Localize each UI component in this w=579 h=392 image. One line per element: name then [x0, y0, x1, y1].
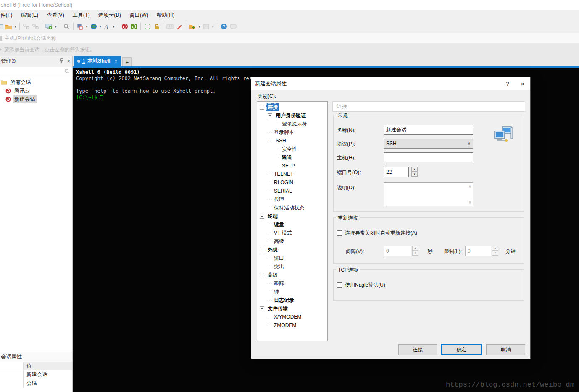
session-prop-row[interactable]: 会话 [0, 379, 72, 388]
category-tree-item[interactable]: −用户身份验证 [257, 111, 327, 120]
collapse-icon[interactable]: − [260, 273, 264, 277]
category-item-label: 隧道 [281, 154, 293, 162]
new-folder-icon[interactable] [188, 22, 197, 31]
category-tree-item[interactable]: −SSH [257, 136, 327, 145]
description-field[interactable]: ∧ ∨ [384, 182, 473, 206]
new-session-properties-dialog: 新建会话属性 ? × 类别(C): −连接−用户身份验证登录提示符登录脚本−SS… [251, 77, 531, 359]
collapse-icon[interactable]: − [260, 214, 264, 219]
session-properties-icon[interactable] [45, 22, 53, 31]
dialog-help-button[interactable]: ? [500, 77, 515, 90]
category-tree-item[interactable]: SERIAL [257, 187, 327, 195]
lock-icon[interactable] [152, 22, 161, 31]
category-tree-item[interactable]: 隧道 [257, 153, 327, 162]
menu-item[interactable]: 工具(T) [68, 10, 94, 20]
connect-button[interactable]: 连接 [398, 344, 437, 355]
category-tree-item[interactable]: 安全性 [257, 145, 327, 153]
session-prop-row[interactable]: 新建会话 [0, 370, 72, 379]
menu-item[interactable]: 查看(V) [42, 10, 68, 20]
dialog-close-button[interactable]: × [515, 77, 530, 90]
new-folder-dropdown-icon[interactable]: ▾ [197, 25, 201, 29]
category-tree-item[interactable]: 键盘 [257, 220, 327, 229]
xshell-icon[interactable] [120, 22, 129, 31]
category-tree-item[interactable]: TELNET [257, 170, 327, 178]
layout-dropdown-icon[interactable]: ▾ [85, 25, 89, 29]
new-session-icon[interactable] [0, 22, 4, 31]
all-sessions-item[interactable]: 所有会话 [0, 78, 72, 86]
session-props-colheader[interactable]: 值 [0, 362, 72, 370]
scroll-up-icon[interactable]: ∧ [468, 184, 471, 188]
name-field[interactable] [384, 125, 473, 135]
collapse-icon[interactable]: − [260, 248, 264, 252]
web-dropdown-icon[interactable]: ▾ [98, 25, 102, 29]
session-search-box[interactable] [0, 67, 72, 76]
collapse-icon[interactable]: − [268, 113, 272, 118]
cancel-button[interactable]: 取消 [486, 344, 525, 355]
auto-reconnect-checkbox[interactable]: 连接异常关闭时自动重新连接(A) [337, 230, 417, 237]
category-tree-item[interactable]: −文件传输 [257, 304, 327, 313]
menu-item[interactable]: 选项卡(B) [94, 10, 125, 20]
checkbox-icon[interactable] [337, 282, 342, 288]
prop-name-cell [0, 370, 23, 379]
session-item[interactable]: 腾讯云 [0, 86, 72, 95]
category-tree-item[interactable]: RLOGIN [257, 178, 327, 187]
category-tree-item[interactable]: 高级 [257, 237, 327, 246]
compose-icon[interactable] [175, 22, 184, 31]
find-icon[interactable] [62, 22, 71, 31]
category-item-label: X/YMODEM [273, 314, 303, 320]
font-color-icon[interactable]: A [103, 22, 111, 31]
host-field[interactable] [384, 152, 473, 162]
category-tree-item[interactable]: 日志记录 [257, 296, 327, 304]
category-tree-item[interactable]: 跟踪 [257, 279, 327, 287]
web-icon[interactable] [89, 22, 98, 31]
category-tree-item[interactable]: SFTP [257, 162, 327, 170]
spin-up-icon[interactable]: ▲ [411, 167, 418, 172]
help-icon[interactable]: ? [219, 22, 228, 31]
session-item[interactable]: 新建会话 [0, 95, 72, 103]
layout-icon[interactable] [76, 22, 84, 31]
port-field[interactable] [384, 167, 409, 177]
open-folder-dropdown-icon[interactable]: ▾ [13, 25, 17, 29]
menu-item[interactable]: 帮助(H) [153, 10, 179, 20]
open-folder-icon[interactable] [4, 22, 13, 31]
collapse-icon[interactable]: − [260, 306, 264, 311]
full-screen-icon[interactable] [143, 22, 152, 31]
category-tree-item[interactable]: −连接 [257, 103, 327, 111]
checkbox-icon[interactable] [337, 230, 342, 236]
category-tree-item[interactable]: −外观 [257, 246, 327, 254]
spin-down-icon[interactable]: ▼ [411, 172, 418, 177]
pin-icon[interactable] [58, 58, 65, 65]
category-tree-item[interactable]: 登录提示符 [257, 120, 327, 128]
category-tree-item[interactable]: 突出 [257, 262, 327, 271]
session-properties-dropdown-icon[interactable]: ▾ [54, 25, 58, 29]
tree-branch-line [268, 283, 271, 284]
menu-item[interactable]: 件(F) [0, 10, 16, 20]
nagle-checkbox[interactable]: 使用Nagle算法(U) [337, 282, 385, 289]
add-session-arrow-icon[interactable] [0, 47, 2, 52]
menu-item[interactable]: 窗口(W) [125, 10, 153, 20]
category-item-label: 外观 [266, 246, 279, 254]
category-tree-item[interactable]: −终端 [257, 212, 327, 220]
category-tree-item[interactable]: 代理 [257, 195, 327, 204]
font-color-dropdown-icon[interactable]: ▾ [112, 25, 116, 29]
scroll-down-icon[interactable]: ∨ [468, 200, 471, 204]
category-tree-item[interactable]: ZMODEM [257, 321, 327, 329]
dialog-titlebar[interactable]: 新建会话属性 ? × [251, 77, 530, 90]
menu-item[interactable]: 编辑(E) [16, 10, 42, 20]
collapse-icon[interactable]: − [260, 105, 264, 110]
ok-button[interactable]: 确定 [441, 344, 482, 355]
xftp-icon[interactable] [129, 22, 138, 31]
address-bar[interactable]: 主机,IP地址或会话名称 [0, 33, 579, 43]
protocol-select[interactable]: SSH ∨ [384, 139, 473, 149]
category-tree-item[interactable]: 保持活动状态 [257, 204, 327, 212]
new-tab-button[interactable]: + [122, 57, 132, 66]
category-tree-item[interactable]: VT 模式 [257, 229, 327, 237]
tab-close-icon[interactable]: × [115, 59, 117, 64]
category-tree-item[interactable]: −高级 [257, 271, 327, 279]
category-tree-item[interactable]: 登录脚本 [257, 128, 327, 136]
category-tree-item[interactable]: 窗口 [257, 254, 327, 262]
category-tree-item[interactable]: 钟 [257, 287, 327, 296]
close-panel-icon[interactable]: × [65, 58, 72, 64]
collapse-icon[interactable]: − [268, 139, 272, 143]
tab-local-shell[interactable]: 1 本地Shell × [74, 56, 121, 66]
category-tree-item[interactable]: X/YMODEM [257, 313, 327, 321]
